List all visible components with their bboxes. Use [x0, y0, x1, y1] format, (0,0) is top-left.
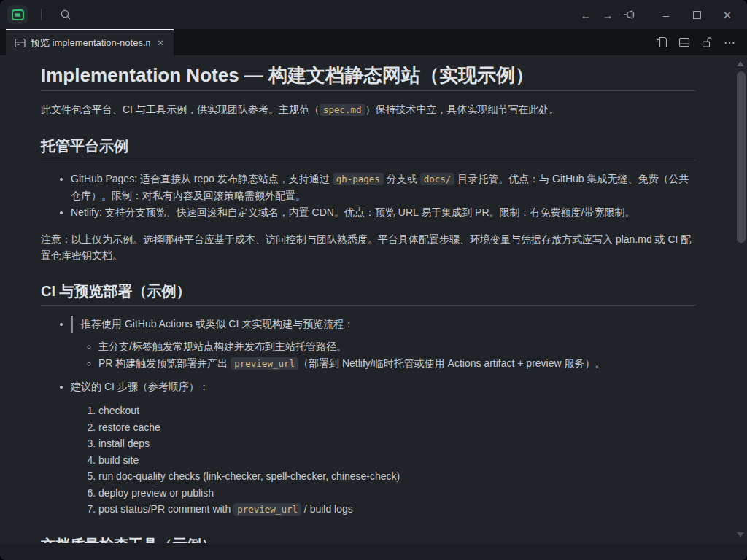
section-title-doc-quality: 文档质量检查工具（示例） [41, 536, 696, 543]
maximize-button[interactable] [681, 4, 712, 26]
text-run: 分支或 [384, 173, 420, 184]
markdown-preview-pane: Implementation Notes — 构建文档静态网站（实现示例） 此文… [0, 55, 747, 543]
markdown-preview-icon [15, 38, 26, 48]
ci-step-item: checkout [98, 402, 696, 419]
ci-step-item: deploy preview or publish [98, 485, 696, 502]
text-run: checkout [98, 405, 139, 416]
list-item-netlify: Netlify: 支持分支预览、快速回滚和自定义域名，内置 CDN。优点：预览 … [71, 204, 696, 221]
intro-paragraph: 此文件包含平台、CI 与工具示例，供实现团队参考。主规范（spec.md）保持技… [41, 101, 696, 117]
open-changes-icon[interactable] [653, 34, 670, 51]
list-item-ci-recommendation: 推荐使用 GitHub Actions 或类似 CI 来实现构建与预览流程： 主… [71, 316, 696, 372]
inline-code: preview_url [233, 503, 301, 516]
list-item-github-pages: GitHub Pages: 适合直接从 repo 发布静态站点，支持通过 gh-… [71, 171, 696, 204]
list-item-pr-preview: PR 构建触发预览部署并产出 preview_url（部署到 Netlify/临… [98, 355, 696, 372]
app-logo-button[interactable] [7, 5, 28, 24]
text-run: 建议的 CI 步骤（参考顺序）： [71, 381, 209, 392]
text-run: run doc-quality checks (link-checker, sp… [98, 470, 400, 482]
titlebar: ← → – ✕ [0, 0, 747, 29]
section-title-hosting: 托管平台示例 [41, 137, 696, 160]
window-bottom-edge [0, 543, 747, 560]
text-run: 此文件包含平台、CI 与工具示例，供实现团队参考。主规范（ [41, 104, 320, 115]
inline-code: gh-pages [333, 173, 384, 185]
text-run: ）保持技术中立，具体实现细节写在此处。 [365, 104, 560, 115]
close-button[interactable]: ✕ [712, 4, 743, 26]
more-actions-icon[interactable]: ⋯ [721, 34, 738, 51]
nav-back-icon[interactable]: ← [575, 4, 597, 25]
text-run: post status/PR comment with [98, 503, 233, 515]
inline-code: preview_url [231, 357, 298, 370]
ci-step-item: run doc-quality checks (link-checker, sp… [98, 468, 696, 485]
hosting-note: 注意：以上仅为示例。选择哪种平台应基于成本、访问控制与团队熟悉度。平台具体配置步… [41, 231, 696, 264]
search-icon[interactable] [55, 4, 77, 25]
nav-forward-icon[interactable]: → [597, 4, 619, 25]
app-window: ← → – ✕ 预览 implementation-notes.md ✕ [0, 0, 747, 560]
tab-close-icon[interactable]: ✕ [155, 37, 166, 49]
scroll-up-icon[interactable] [737, 61, 744, 66]
minimize-button[interactable]: – [651, 4, 681, 26]
text-run: 主分支/标签触发常规站点构建并发布到主站托管路径。 [98, 341, 347, 352]
ci-recommendation-quote: 推荐使用 GitHub Actions 或类似 CI 来实现构建与预览流程： [71, 316, 696, 332]
ci-list: 推荐使用 GitHub Actions 或类似 CI 来实现构建与预览流程： 主… [41, 316, 696, 518]
text-run: （部署到 Netlify/临时托管或使用 Actions artifact + … [298, 357, 605, 369]
list-item-main-branch: 主分支/标签触发常规站点构建并发布到主站托管路径。 [98, 338, 696, 355]
text-run: 注意：以上仅为示例。选择哪种平台应基于成本、访问控制与团队熟悉度。平台具体配置步… [41, 233, 691, 261]
ci-step-item: post status/PR comment with preview_url … [98, 501, 696, 518]
tab-preview-implementation-notes[interactable]: 预览 implementation-notes.md ✕ [6, 29, 174, 55]
text-run: Netlify: 支持分支预览、快速回滚和自定义域名，内置 CDN。优点：预览 … [71, 206, 635, 218]
hosting-list: GitHub Pages: 适合直接从 repo 发布静态站点，支持通过 gh-… [41, 171, 696, 221]
ci-step-item: build site [98, 452, 696, 469]
page-title: Implementation Notes — 构建文档静态网站（实现示例） [41, 64, 696, 91]
tab-bar: 预览 implementation-notes.md ✕ [0, 29, 747, 55]
scrollbar[interactable] [735, 55, 747, 543]
maximize-icon [693, 11, 701, 19]
text-run: install deps [98, 438, 150, 449]
titlebar-separator [41, 9, 42, 20]
text-run: 推荐使用 GitHub Actions 或类似 CI 来实现构建与预览流程： [81, 318, 354, 330]
text-run: build site [98, 454, 139, 466]
tab-title: 预览 implementation-notes.md [31, 36, 150, 50]
ci-steps-label: 建议的 CI 步骤（参考顺序）： [71, 381, 209, 392]
text-run: restore cache [98, 421, 160, 433]
list-item-ci-steps: 建议的 CI 步骤（参考顺序）： checkoutrestore cachein… [71, 378, 696, 518]
scroll-down-icon[interactable] [737, 532, 744, 537]
markdown-document: Implementation Notes — 构建文档静态网站（实现示例） 此文… [0, 55, 747, 543]
unlock-icon[interactable] [698, 34, 716, 51]
text-run: deploy preview or publish [98, 487, 214, 499]
inline-code: docs/ [420, 173, 455, 185]
app-logo-icon [12, 9, 24, 20]
editor-actions: ⋯ [653, 29, 747, 55]
text-run: GitHub Pages: 适合直接从 repo 发布静态站点，支持通过 [71, 173, 333, 184]
inline-code: spec.md [320, 104, 365, 116]
section-title-ci: CI 与预览部署（示例） [41, 282, 696, 306]
ci-steps-ordered-list: checkoutrestore cacheinstall depsbuild s… [71, 402, 696, 518]
ci-step-item: restore cache [98, 419, 696, 436]
scrollbar-thumb[interactable] [737, 71, 746, 243]
toggle-panel-icon[interactable] [676, 34, 693, 51]
pin-icon[interactable] [619, 4, 640, 25]
text-run: PR 构建触发预览部署并产出 [98, 357, 231, 369]
ci-sub-list: 主分支/标签触发常规站点构建并发布到主站托管路径。 PR 构建触发预览部署并产出… [71, 338, 696, 372]
ci-step-item: install deps [98, 435, 696, 452]
text-run: / build logs [301, 503, 353, 515]
